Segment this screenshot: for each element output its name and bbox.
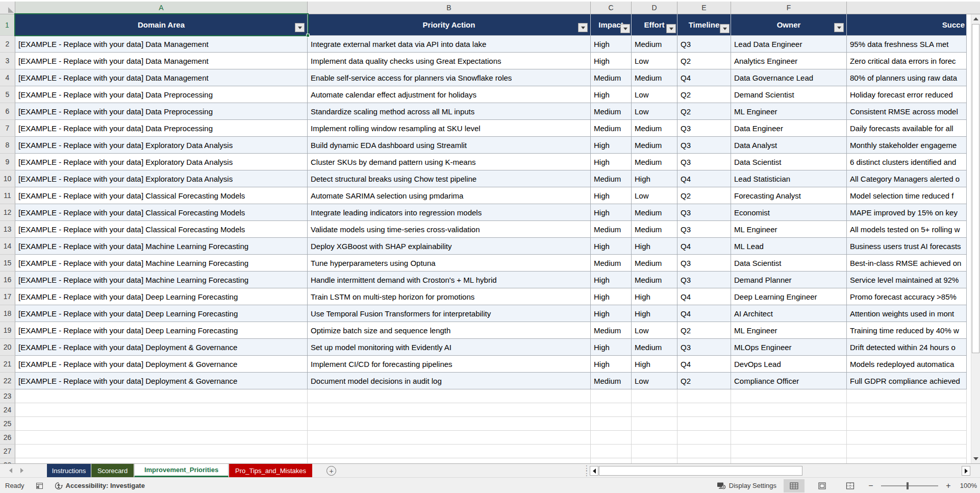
cell-timeline[interactable]: Q3 bbox=[677, 204, 731, 221]
cell-timeline[interactable]: Q2 bbox=[677, 322, 731, 339]
cell-timeline[interactable]: Q2 bbox=[677, 103, 731, 120]
cell-domain[interactable]: [EXAMPLE - Replace with your data] Data … bbox=[15, 36, 308, 53]
cell-impact[interactable]: High bbox=[591, 288, 632, 305]
cell-owner[interactable]: Data Governance Lead bbox=[731, 69, 847, 86]
filter-button-owner[interactable] bbox=[834, 23, 844, 32]
header-cell-impact[interactable]: Impact bbox=[591, 14, 632, 36]
horizontal-scrollbar-thumb[interactable] bbox=[599, 466, 802, 476]
header-cell-timeline[interactable]: Timeline bbox=[677, 14, 731, 36]
cell-action[interactable]: Build dynamic EDA dashboard using Stream… bbox=[308, 137, 591, 154]
tab-nav-left-button[interactable] bbox=[9, 468, 12, 473]
cell-timeline[interactable]: Q2 bbox=[677, 187, 731, 204]
sheet-tab-pro-tips-and-mistakes[interactable]: Pro_Tips_and_Mistakes bbox=[229, 464, 312, 477]
scroll-right-button[interactable] bbox=[962, 466, 970, 476]
cell-metric[interactable]: MAPE improved by 15% on key bbox=[847, 204, 967, 221]
cell-domain[interactable]: [EXAMPLE - Replace with your data] Deplo… bbox=[15, 339, 308, 356]
tab-nav-right-button[interactable] bbox=[20, 468, 23, 473]
cell-action[interactable]: Handle intermittent demand with Croston'… bbox=[308, 272, 591, 288]
zoom-slider-handle[interactable] bbox=[907, 482, 909, 489]
cell-owner[interactable]: Data Engineer bbox=[731, 120, 847, 137]
cell-domain[interactable]: [EXAMPLE - Replace with your data] Data … bbox=[15, 53, 308, 69]
cell-owner[interactable]: MLOps Engineer bbox=[731, 339, 847, 356]
cell-impact[interactable]: High bbox=[591, 305, 632, 322]
sheet-tab-instructions[interactable]: Instructions bbox=[47, 464, 91, 477]
zoom-in-button[interactable]: + bbox=[945, 481, 951, 490]
record-macro-button[interactable] bbox=[36, 482, 43, 489]
cell-impact[interactable]: High bbox=[591, 272, 632, 288]
cell-action[interactable]: Optimize batch size and sequence length bbox=[308, 322, 591, 339]
fill-handle[interactable] bbox=[306, 34, 310, 37]
cell-impact[interactable]: High bbox=[591, 137, 632, 154]
cell-metric[interactable]: Monthly stakeholder engageme bbox=[847, 137, 967, 154]
cell-metric[interactable]: 80% of planners using raw data bbox=[847, 69, 967, 86]
cell-domain[interactable]: [EXAMPLE - Replace with your data] Deep … bbox=[15, 322, 308, 339]
cell-effort[interactable]: High bbox=[632, 305, 677, 322]
cell-owner[interactable]: ML Engineer bbox=[731, 322, 847, 339]
cell-domain[interactable]: [EXAMPLE - Replace with your data] Data … bbox=[15, 103, 308, 120]
cell-action[interactable]: Automate SARIMA selection using pmdarima bbox=[308, 187, 591, 204]
zoom-slider[interactable] bbox=[881, 485, 938, 486]
cell-timeline[interactable]: Q4 bbox=[677, 288, 731, 305]
cell-owner[interactable]: ML Lead bbox=[731, 238, 847, 255]
cell-domain[interactable]: [EXAMPLE - Replace with your data] Machi… bbox=[15, 255, 308, 272]
cell-effort[interactable]: Medium bbox=[632, 339, 677, 356]
cell-domain[interactable]: [EXAMPLE - Replace with your data] Deplo… bbox=[15, 356, 308, 373]
cell-metric[interactable]: Attention weights used in mont bbox=[847, 305, 967, 322]
filter-button-domain-area[interactable] bbox=[295, 23, 305, 32]
header-cell-success-metric-clipped[interactable]: Succe bbox=[847, 14, 967, 36]
filter-button-impact[interactable] bbox=[620, 24, 630, 33]
cell-impact[interactable]: High bbox=[591, 339, 632, 356]
cell-owner[interactable]: Data Scientist bbox=[731, 255, 847, 272]
cell-owner[interactable]: AI Architect bbox=[731, 305, 847, 322]
view-page-layout-button[interactable] bbox=[812, 479, 833, 492]
cell-domain[interactable]: [EXAMPLE - Replace with your data] Class… bbox=[15, 204, 308, 221]
cell-action[interactable]: Train LSTM on multi-step horizon for pro… bbox=[308, 288, 591, 305]
cell-action[interactable]: Tune hyperparameters using Optuna bbox=[308, 255, 591, 272]
header-cell-owner[interactable]: Owner bbox=[731, 14, 847, 36]
cell-impact[interactable]: Medium bbox=[591, 221, 632, 238]
cell-timeline[interactable]: Q4 bbox=[677, 238, 731, 255]
cell-domain[interactable]: [EXAMPLE - Replace with your data] Machi… bbox=[15, 238, 308, 255]
cell-timeline[interactable]: Q2 bbox=[677, 53, 731, 69]
cell-owner[interactable]: Compliance Officer bbox=[731, 373, 847, 389]
cell-timeline[interactable]: Q3 bbox=[677, 36, 731, 53]
sheet-tab-improvement-priorities[interactable]: Improvement_Priorities bbox=[134, 464, 229, 477]
header-cell-effort[interactable]: Effort bbox=[632, 14, 677, 36]
cell-domain[interactable]: [EXAMPLE - Replace with your data] Class… bbox=[15, 221, 308, 238]
cell-effort[interactable]: Low bbox=[632, 53, 677, 69]
view-page-break-button[interactable] bbox=[840, 479, 861, 492]
cell-action[interactable]: Cluster SKUs by demand pattern using K-m… bbox=[308, 154, 591, 170]
cell-domain[interactable]: [EXAMPLE - Replace with your data] Data … bbox=[15, 120, 308, 137]
cell-action[interactable]: Enable self-service access for planners … bbox=[308, 69, 591, 86]
cell-action[interactable]: Implement data quality checks using Grea… bbox=[308, 53, 591, 69]
cell-metric[interactable]: Best-in-class RMSE achieved on bbox=[847, 255, 967, 272]
cell-owner[interactable]: Data Scientist bbox=[731, 154, 847, 170]
cell-effort[interactable]: Medium bbox=[632, 36, 677, 53]
cell-metric[interactable]: Model selection time reduced f bbox=[847, 187, 967, 204]
cell-effort[interactable]: Medium bbox=[632, 154, 677, 170]
zoom-out-button[interactable]: − bbox=[868, 481, 874, 490]
cell-owner[interactable]: Demand Planner bbox=[731, 272, 847, 288]
filter-button-timeline[interactable] bbox=[720, 24, 730, 33]
cell-metric[interactable]: Zero critical data errors in forec bbox=[847, 53, 967, 69]
cell-domain[interactable]: [EXAMPLE - Replace with your data] Deplo… bbox=[15, 373, 308, 389]
cell-metric[interactable]: Full GDPR compliance achieved bbox=[847, 373, 967, 389]
cell-domain[interactable]: [EXAMPLE - Replace with your data] Explo… bbox=[15, 170, 308, 187]
cell-owner[interactable]: ML Engineer bbox=[731, 103, 847, 120]
cell-impact[interactable]: High bbox=[591, 53, 632, 69]
cell-domain[interactable]: [EXAMPLE - Replace with your data] Data … bbox=[15, 86, 308, 103]
cell-timeline[interactable]: Q4 bbox=[677, 356, 731, 373]
cell-action[interactable]: Document model decisions in audit log bbox=[308, 373, 591, 389]
cell-timeline[interactable]: Q4 bbox=[677, 170, 731, 187]
cell-timeline[interactable]: Q3 bbox=[677, 339, 731, 356]
cell-owner[interactable]: Data Analyst bbox=[731, 137, 847, 154]
cell-effort[interactable]: Medium bbox=[632, 204, 677, 221]
cell-impact[interactable]: Medium bbox=[591, 373, 632, 389]
scroll-down-button[interactable] bbox=[971, 454, 980, 463]
cell-domain[interactable]: [EXAMPLE - Replace with your data] Machi… bbox=[15, 272, 308, 288]
cell-timeline[interactable]: Q4 bbox=[677, 305, 731, 322]
cell-effort[interactable]: Medium bbox=[632, 120, 677, 137]
cell-impact[interactable]: High bbox=[591, 204, 632, 221]
cell-action[interactable]: Integrate leading indicators into regres… bbox=[308, 204, 591, 221]
cell-impact[interactable]: Medium bbox=[591, 69, 632, 86]
